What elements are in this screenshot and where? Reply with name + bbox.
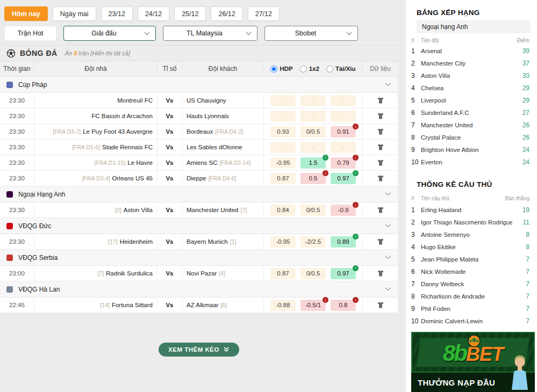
odds-cells: --- — [264, 93, 363, 108]
odds-value: 0.91 — [337, 128, 349, 135]
day-tab-5[interactable]: 26/12 — [211, 6, 242, 21]
odds-cell-0[interactable]: -0.95 — [270, 236, 296, 248]
day-tab-1[interactable]: Ngày mai — [53, 6, 96, 21]
player-goals: 19 — [522, 206, 529, 214]
odds-cell-0[interactable]: 0.93 — [270, 126, 296, 137]
odds-mode-2[interactable]: Tài/Xỉu — [326, 66, 356, 72]
team-rank: 8 — [411, 134, 415, 141]
odds-cell-0[interactable]: -0.95 — [270, 157, 296, 169]
odds-cell-2[interactable]: 0.97↑ — [331, 268, 356, 279]
odds-cell-2[interactable]: 0.97↑ — [331, 173, 356, 184]
odds-cell-1[interactable]: 1.5↑ — [300, 157, 326, 169]
odds-cell-1[interactable]: - — [300, 111, 326, 122]
player-stats-row: 7Danny Welbeck7 — [406, 278, 537, 291]
odds-cell-1[interactable]: - — [300, 142, 326, 153]
league-header-1[interactable]: Ngoại Hạng Anh — [0, 186, 398, 202]
odds-value: -0.95 — [276, 159, 290, 166]
day-tab-bar: Hôm nayNgày mai23/1224/1225/1226/1227/12 — [4, 6, 280, 21]
player-name: Nick Woltemade — [421, 268, 466, 275]
standings-row: 9Brighton Hove Albion24 — [406, 144, 537, 156]
odds-up-icon: ↑ — [353, 170, 359, 176]
odds-cell-2[interactable]: 0.8↓ — [331, 300, 356, 311]
jersey-data-button[interactable] — [376, 205, 385, 215]
standings-league-tab[interactable]: Ngoại hạng Anh — [417, 20, 531, 33]
odds-cell-0[interactable]: - — [270, 111, 296, 122]
odds-mode-0[interactable]: HDP — [270, 66, 292, 72]
odds-cell-2[interactable]: 0.79↓ — [331, 157, 356, 169]
odds-cell-0[interactable]: - — [270, 95, 296, 106]
jersey-data-button[interactable] — [376, 300, 385, 310]
day-tab-2[interactable]: 23/12 — [101, 6, 133, 21]
sport-title: BÓNG ĐÁ — [20, 49, 58, 57]
jersey-data-button[interactable] — [376, 96, 385, 105]
away-team-cell: US Chauvigny — [182, 93, 264, 108]
odds-value: -0.95 — [276, 238, 290, 245]
day-tab-6[interactable]: 27/12 — [248, 6, 280, 21]
away-team-cell: Manchester United[7] — [182, 202, 264, 217]
jersey-data-button[interactable] — [376, 111, 385, 121]
jersey-data-button[interactable] — [376, 173, 385, 183]
odds-cell-2[interactable]: - — [331, 95, 356, 106]
france-cup-icon — [6, 82, 13, 88]
league-header-2[interactable]: VĐQG Đức — [0, 218, 398, 234]
jersey-data-button[interactable] — [376, 268, 385, 278]
player-rank: 10 — [411, 317, 418, 325]
jersey-data-button[interactable] — [376, 237, 385, 246]
odds-cell-2[interactable]: - — [331, 142, 356, 153]
bookmaker-dropdown[interactable]: Sbobet — [264, 26, 358, 41]
odds-cell-1[interactable]: 0.5↓ — [300, 173, 326, 184]
league-list: Cúp Pháp23:30Montreuil FCVsUS Chauvigny-… — [0, 77, 398, 313]
odds-cell-1[interactable]: 0/0.5 — [300, 205, 326, 216]
away-team-name: US Chauvigny — [187, 97, 226, 104]
jersey-data-button[interactable] — [376, 158, 385, 168]
player-stats-rows: 1Erling Haaland192Igor Thiago Nascimento… — [406, 204, 537, 328]
odds-cell-2[interactable]: - — [331, 111, 356, 122]
radio-icon — [270, 66, 277, 72]
odds-cell-0[interactable]: -0.88 — [270, 300, 296, 311]
away-team-name: Hauts Lyonnais — [187, 113, 229, 119]
hot-matches-button[interactable]: Trận Hot — [4, 26, 56, 41]
odds-cell-2[interactable]: -0.9↓ — [331, 205, 356, 216]
team-rank: 7 — [411, 121, 415, 129]
standings-row: 4Chelsea29 — [406, 82, 537, 95]
home-team-rank: [17] — [108, 238, 118, 245]
odds-cell-1[interactable]: 0/0.5 — [300, 126, 326, 137]
odds-cell-0[interactable]: 0.87 — [270, 173, 296, 184]
odds-cells: --- — [264, 140, 363, 155]
odds-cell-2[interactable]: 0.89↑ — [331, 236, 356, 248]
odds-cells: 0.870/0.50.97↑ — [264, 266, 363, 281]
odds-cell-0[interactable]: 0.84 — [270, 205, 296, 216]
show-more-odds-button[interactable]: XEM THÊM KÈO — [159, 343, 239, 357]
player-rank: 2 — [411, 219, 415, 226]
day-tab-4[interactable]: 25/12 — [174, 6, 206, 21]
odds-cell-1[interactable]: -0.5/1↓ — [300, 300, 326, 311]
day-tab-0[interactable]: Hôm nay — [4, 6, 48, 21]
player-rank: 4 — [411, 243, 415, 251]
tournament-dropdown[interactable]: Giải đấu — [63, 26, 156, 41]
odds-cell-0[interactable]: - — [270, 142, 296, 153]
ad-banner-88bet[interactable]: 8bBET THƯỞNG NẠP ĐẦU — [411, 332, 535, 392]
day-tab-3[interactable]: 24/12 — [138, 6, 169, 21]
odds-value: 0/0.5 — [306, 207, 320, 213]
odds-cell-1[interactable]: - — [300, 95, 326, 106]
odds-value: - — [282, 144, 284, 150]
premier-league-icon — [6, 191, 13, 198]
odds-value: 0.93 — [277, 128, 289, 135]
odds-mode-1[interactable]: 1x2 — [300, 66, 319, 72]
jersey-data-button[interactable] — [376, 127, 385, 136]
match-time: 23:00 — [0, 266, 34, 281]
league-header-3[interactable]: VĐQG Serbia — [0, 250, 398, 266]
player-goals: 7 — [526, 317, 529, 325]
jersey-data-button[interactable] — [376, 142, 385, 152]
odds-cell-1[interactable]: 0/0.5 — [300, 268, 326, 279]
league-header-0[interactable]: Cúp Pháp — [0, 77, 398, 93]
league-header-4[interactable]: VĐQG Hà Lan — [0, 281, 398, 297]
odds-cell-2[interactable]: 0.91↓ — [331, 126, 356, 137]
hidden-matches-note[interactable]: Ẩn 0 trận [Hiển thị tất cả] — [65, 50, 130, 56]
odds-cell-0[interactable]: 0.87 — [270, 268, 296, 279]
vs-label: Vs — [157, 266, 182, 281]
odds-value: -0.88 — [276, 302, 290, 308]
odds-cell-1[interactable]: -2/2.5 — [300, 236, 326, 248]
standings-rows: 1Arsenal392Manchester City373Aston Villa… — [406, 45, 537, 169]
odds-format-dropdown[interactable]: TL Malaysia — [163, 26, 257, 41]
